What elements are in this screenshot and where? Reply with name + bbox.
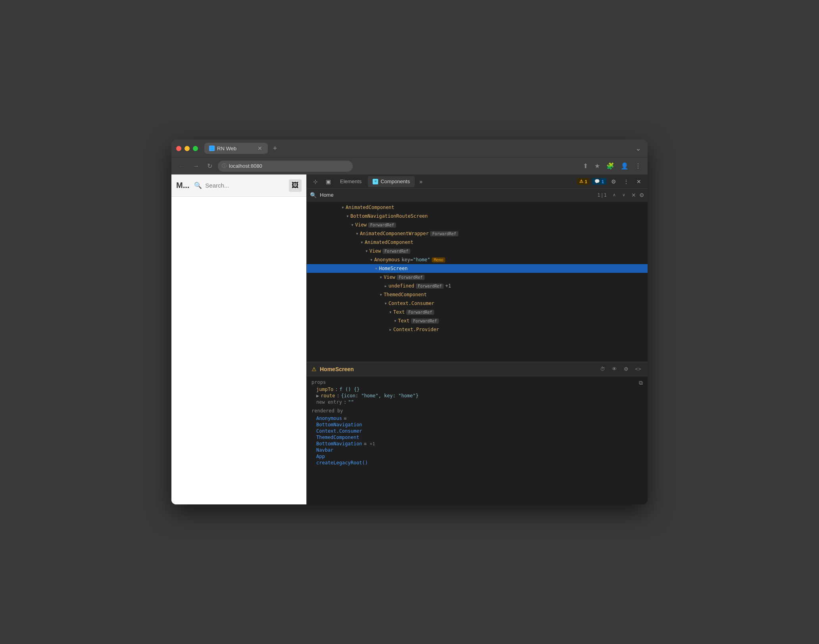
tree-row-homescreen[interactable]: ▼ HomeScreen xyxy=(307,264,648,273)
expand-arrow[interactable]: ▼ xyxy=(354,231,360,236)
elements-tab[interactable]: Elements xyxy=(335,176,366,187)
expand-arrow[interactable]: ▼ xyxy=(388,309,393,315)
inspector-button[interactable]: ⊹ xyxy=(310,176,321,187)
prop-val: {icon: "home", key: "home"} xyxy=(341,393,419,399)
browser-menu-button[interactable]: ⋮ xyxy=(633,161,643,171)
responsive-button[interactable]: ▣ xyxy=(323,176,334,187)
component-detail-header: ⚠ HomeScreen ⏱ 👁 ⚙ <> xyxy=(307,362,648,376)
expand-arrow[interactable]: ▼ xyxy=(364,248,369,254)
render-name: Anonymous xyxy=(316,416,342,421)
account-button[interactable]: 👤 xyxy=(619,161,630,171)
active-tab[interactable]: 🌐 RN Web ✕ xyxy=(204,143,268,154)
devtools-settings-button[interactable]: ⚙ xyxy=(608,176,619,187)
expand-arrow[interactable]: ▼ xyxy=(378,292,384,297)
expand-arrow[interactable]: ▼ xyxy=(350,222,355,228)
component-name: ThemedComponent xyxy=(384,292,427,297)
maximize-window-button[interactable] xyxy=(193,146,198,151)
tree-row-view-2[interactable]: ▼ View ForwardRef xyxy=(307,247,648,255)
component-name: View xyxy=(355,222,367,228)
action-button[interactable]: 🖼 xyxy=(289,179,302,192)
component-name: View xyxy=(384,274,395,280)
back-button[interactable]: ← xyxy=(176,161,187,171)
bookmark-button[interactable]: ★ xyxy=(593,161,602,171)
prop-key: new entry xyxy=(316,399,342,405)
render-item-context-consumer[interactable]: Context.Consumer xyxy=(311,428,643,434)
expand-arrow[interactable]: ▼ xyxy=(383,301,388,306)
expand-arrow[interactable]: ▼ xyxy=(369,257,374,263)
rendered-by-section: rendered by Anonymous ≡ BottomNavigation… xyxy=(311,408,643,466)
search-next-button[interactable]: ∨ xyxy=(619,191,628,199)
copy-props-button[interactable]: ⧉ xyxy=(639,380,643,386)
tree-row-text-1[interactable]: ▼ Text ForwardRef xyxy=(307,308,648,316)
close-window-button[interactable] xyxy=(176,146,181,151)
window-more-button[interactable]: ⌄ xyxy=(634,142,643,154)
tree-row-animated-wrapper[interactable]: ▼ AnimatedComponentWrapper ForwardRef xyxy=(307,229,648,238)
forward-button[interactable]: → xyxy=(190,161,202,171)
url-bar[interactable]: ⓘ localhost:8080 xyxy=(218,161,353,172)
minimize-window-button[interactable] xyxy=(185,146,190,151)
expand-arrow[interactable]: ▼ xyxy=(392,318,398,324)
render-item-create-legacy-root[interactable]: createLegacyRoot() xyxy=(311,460,643,466)
devtools-panel: ⊹ ▣ Elements ⚛ Components » ⚠ 1 💬 xyxy=(306,174,648,504)
search-prev-button[interactable]: ∧ xyxy=(610,191,619,199)
tree-row-context-consumer[interactable]: ▼ Context.Consumer xyxy=(307,299,648,308)
render-item-app[interactable]: App xyxy=(311,453,643,460)
render-item-bottom-nav[interactable]: BottomNavigation xyxy=(311,422,643,428)
tree-row-bottom-nav-route[interactable]: ▼ BottomNavigationRouteScreen xyxy=(307,212,648,220)
component-name: AnimatedComponent xyxy=(346,205,394,210)
search-close-button[interactable]: ✕ xyxy=(631,192,636,198)
warning-badge[interactable]: ⚠ 1 xyxy=(577,178,590,185)
tab-close-button[interactable]: ✕ xyxy=(257,145,263,151)
expand-arrow[interactable]: ▼ xyxy=(340,205,346,210)
render-item-themed-component[interactable]: ThemedComponent xyxy=(311,434,643,441)
expand-arrow[interactable]: ▼ xyxy=(373,266,379,271)
render-item-anonymous[interactable]: Anonymous ≡ xyxy=(311,415,643,422)
render-item-navbar[interactable]: Navbar xyxy=(311,447,643,453)
render-item-bottom-nav-2[interactable]: BottomNavigation ≡ +1 xyxy=(311,441,643,447)
devtools-kebab-button[interactable]: ⋮ xyxy=(621,176,632,187)
rendered-by-label: rendered by xyxy=(311,408,643,414)
app-topbar: M... 🔍 🖼 xyxy=(171,174,306,197)
more-tabs-button[interactable]: » xyxy=(416,177,426,186)
search-settings-button[interactable]: ⚙ xyxy=(639,192,644,198)
suspend-button[interactable]: ⏱ xyxy=(598,364,607,374)
expand-prop-button[interactable]: ▶ xyxy=(316,393,319,399)
url-text: localhost:8080 xyxy=(229,163,262,169)
expand-arrow[interactable]: ▶ xyxy=(383,283,388,289)
memo-badge: Memo xyxy=(432,257,445,263)
tree-row-view-3[interactable]: ▼ View ForwardRef xyxy=(307,273,648,282)
prop-route: ▶ route : {icon: "home", key: "home"} xyxy=(311,393,643,399)
expand-arrow[interactable]: ▶ xyxy=(388,327,393,332)
info-badge[interactable]: 💬 1 xyxy=(592,178,606,185)
expand-arrow[interactable]: ▼ xyxy=(345,213,350,219)
search-icon[interactable]: 🔍 xyxy=(194,182,202,189)
tree-row-themed-component[interactable]: ▼ ThemedComponent xyxy=(307,290,648,299)
tree-row-anonymous[interactable]: ▼ Anonymous key= "home" Memo xyxy=(307,255,648,264)
source-button[interactable]: <> xyxy=(633,364,643,374)
plus-count: +1 xyxy=(445,283,451,289)
tree-row-undefined[interactable]: ▶ undefined ForwardRef +1 xyxy=(307,282,648,290)
prop-jumpTo: jumpTo : f () {} xyxy=(311,387,643,392)
component-name: HomeScreen xyxy=(379,266,408,271)
extension-button[interactable]: 🧩 xyxy=(605,161,616,171)
new-tab-button[interactable]: + xyxy=(269,143,281,154)
expand-arrow[interactable]: ▼ xyxy=(378,274,384,280)
prop-key: jumpTo xyxy=(316,387,333,392)
share-button[interactable]: ⬆ xyxy=(581,161,590,171)
prop-colon: : xyxy=(335,387,338,392)
forwardref-badge: ForwardRef xyxy=(368,222,396,228)
refresh-button[interactable]: ↻ xyxy=(205,161,215,171)
inspect-button[interactable]: 👁 xyxy=(609,364,619,374)
components-tab[interactable]: ⚛ Components xyxy=(368,176,415,187)
settings-button[interactable]: ⚙ xyxy=(621,364,631,374)
search-input[interactable] xyxy=(205,182,286,189)
expand-arrow[interactable]: ▼ xyxy=(359,240,365,245)
tree-row-text-2[interactable]: ▼ Text ForwardRef xyxy=(307,316,648,325)
tree-row-animated-component-1[interactable]: ▼ AnimatedComponent xyxy=(307,203,648,212)
component-name: AnimatedComponentWrapper xyxy=(360,231,429,236)
tree-row-view-1[interactable]: ▼ View ForwardRef xyxy=(307,220,648,229)
tree-row-animated-component-2[interactable]: ▼ AnimatedComponent xyxy=(307,238,648,247)
devtools-close-button[interactable]: ✕ xyxy=(633,176,644,187)
tree-row-context-provider[interactable]: ▶ Context.Provider xyxy=(307,325,648,334)
info-count: 1 xyxy=(602,179,604,184)
